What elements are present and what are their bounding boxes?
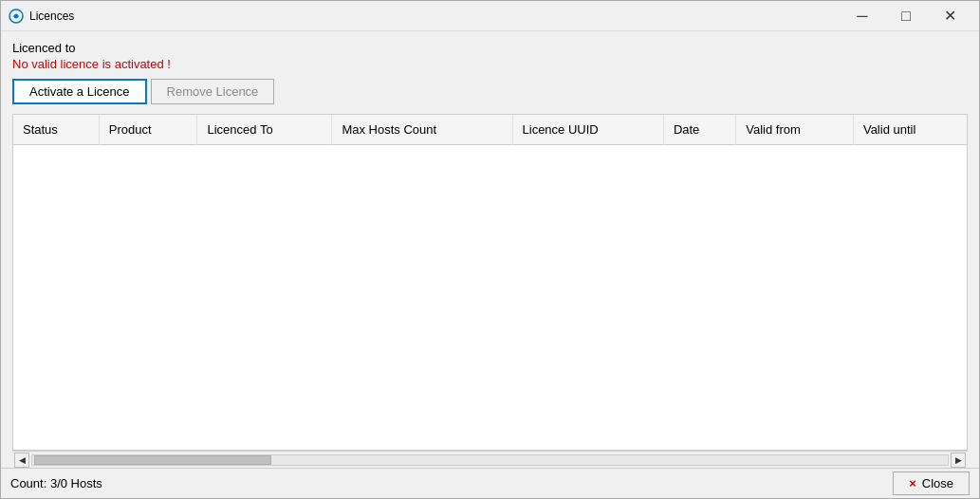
col-product: Product xyxy=(99,115,197,145)
table-header: Status Product Licenced To Max Hosts Cou… xyxy=(13,115,967,145)
horizontal-scrollbar[interactable]: ◀ ▶ xyxy=(12,451,968,468)
count-label: Count: 3/0 Hosts xyxy=(10,476,102,490)
main-window: Licences ─ □ ✕ Licenced to No valid lice… xyxy=(0,0,980,499)
col-max-hosts-count: Max Hosts Count xyxy=(332,115,512,145)
scroll-left-button[interactable]: ◀ xyxy=(14,453,29,468)
close-button[interactable]: × Close xyxy=(893,471,970,495)
col-licenced-to: Licenced To xyxy=(197,115,332,145)
window-title: Licences xyxy=(29,9,841,23)
footer-bar: Count: 3/0 Hosts × Close xyxy=(1,468,979,498)
title-bar: Licences ─ □ ✕ xyxy=(1,1,979,31)
licences-table: Status Product Licenced To Max Hosts Cou… xyxy=(13,115,967,145)
maximize-button[interactable]: □ xyxy=(884,1,928,31)
close-button-label: Close xyxy=(922,476,953,490)
hscroll-track[interactable] xyxy=(31,454,949,466)
minimize-button[interactable]: ─ xyxy=(841,1,884,31)
buttons-row: Activate a Licence Remove Licence xyxy=(12,79,968,104)
content-area: Licenced to No valid licence is activate… xyxy=(1,31,979,468)
title-bar-controls: ─ □ ✕ xyxy=(841,1,971,31)
col-status: Status xyxy=(13,115,99,145)
table-header-row: Status Product Licenced To Max Hosts Cou… xyxy=(13,115,967,145)
remove-licence-button[interactable]: Remove Licence xyxy=(151,79,275,104)
col-licence-uuid: Licence UUID xyxy=(512,115,663,145)
licences-table-container: Status Product Licenced To Max Hosts Cou… xyxy=(12,114,968,451)
window-close-button[interactable]: ✕ xyxy=(928,1,971,31)
licenced-to-label: Licenced to xyxy=(12,41,968,55)
no-valid-licence-text: No valid licence is activated ! xyxy=(12,57,968,71)
hscroll-thumb[interactable] xyxy=(34,455,271,465)
close-x-icon: × xyxy=(909,476,916,490)
col-date: Date xyxy=(663,115,735,145)
col-valid-until: Valid until xyxy=(853,115,967,145)
col-valid-from: Valid from xyxy=(736,115,854,145)
activate-licence-button[interactable]: Activate a Licence xyxy=(12,79,147,104)
scroll-right-button[interactable]: ▶ xyxy=(951,453,966,468)
window-icon xyxy=(9,9,24,24)
